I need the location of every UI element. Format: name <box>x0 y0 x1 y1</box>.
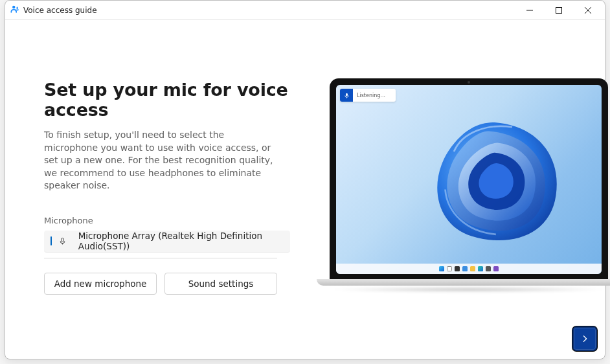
close-button[interactable] <box>573 1 602 20</box>
window-controls <box>515 1 602 20</box>
page-heading: Set up your mic for voice access <box>44 80 290 120</box>
svg-rect-6 <box>62 238 63 242</box>
content-area: Set up your mic for voice access To fini… <box>5 20 605 359</box>
setup-panel: Set up your mic for voice access To fini… <box>44 80 290 295</box>
camera-dot <box>468 81 470 84</box>
svg-rect-1 <box>17 7 18 10</box>
voice-access-status-bar: Listening... <box>340 89 396 102</box>
taskbar-store-icon <box>486 266 491 271</box>
laptop-screen: Listening... <box>336 85 602 274</box>
window-title: Voice access guide <box>23 6 97 15</box>
taskbar-app-icon <box>493 266 499 271</box>
divider <box>44 258 277 258</box>
page-description: To finish setup, you'll need to select t… <box>44 129 277 192</box>
taskbar <box>336 264 602 274</box>
laptop-body: Listening... <box>330 78 608 280</box>
taskbar-explorer-icon <box>470 266 475 271</box>
taskbar-taskview-icon <box>455 266 460 271</box>
taskbar-widgets-icon <box>462 266 468 271</box>
microphone-icon <box>58 237 67 245</box>
selected-microphone-name: Microphone Array (Realtek High Definitio… <box>78 231 284 251</box>
active-indicator <box>51 236 52 245</box>
maximize-button[interactable] <box>544 1 573 20</box>
titlebar: Voice access guide <box>5 1 605 20</box>
next-button[interactable] <box>572 326 597 351</box>
taskbar-start-icon <box>439 266 444 271</box>
title-left: Voice access guide <box>10 4 97 16</box>
voice-access-mic-icon <box>340 89 353 102</box>
microphone-selector[interactable]: Microphone Array (Realtek High Definitio… <box>44 231 290 253</box>
sound-settings-button[interactable]: Sound settings <box>164 273 277 295</box>
laptop-shadow <box>330 287 608 292</box>
taskbar-search-icon <box>447 266 452 271</box>
svg-rect-8 <box>346 93 348 96</box>
taskbar-edge-icon <box>478 266 483 271</box>
button-row: Add new microphone Sound settings <box>44 273 290 295</box>
laptop-base <box>317 279 610 286</box>
svg-rect-3 <box>556 7 561 13</box>
voice-access-guide-window: Voice access guide Set up your mic for v… <box>5 0 605 359</box>
add-new-microphone-button[interactable]: Add new microphone <box>44 273 157 295</box>
microphone-field-label: Microphone <box>44 216 290 225</box>
svg-point-0 <box>12 6 15 8</box>
app-icon <box>10 4 19 16</box>
windows-bloom-graphic <box>407 103 582 258</box>
laptop-illustration: Listening... <box>317 65 608 312</box>
minimize-button[interactable] <box>515 1 544 20</box>
voice-access-status-text: Listening... <box>357 93 385 98</box>
